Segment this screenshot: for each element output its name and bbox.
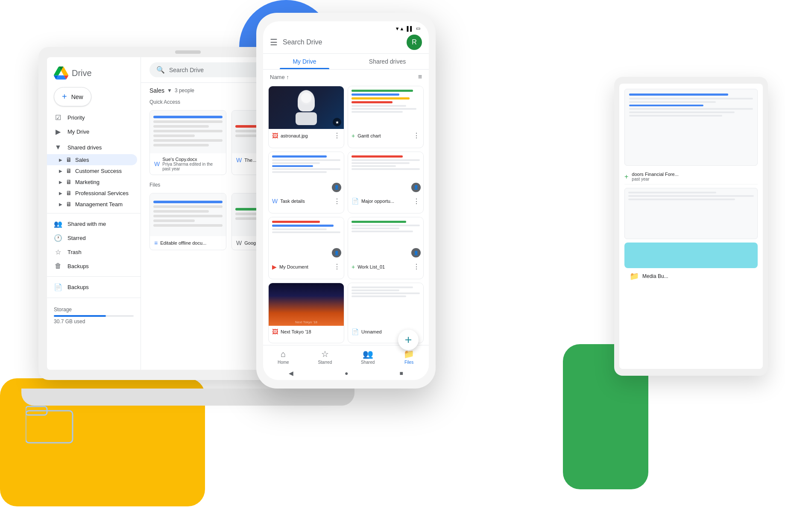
tablet-doc-preview [624,89,758,166]
new-button-label: New [71,94,83,100]
phone-header: ☰ Search Drive R [263,33,429,54]
bg-folder-icon [26,402,77,447]
file-card-3[interactable]: ≡ Editable offline docu... [149,193,226,250]
phone-list-header: Name ↑ ≡ [263,70,429,84]
drive-logo-icon [54,66,68,80]
file-info-major: 📄 Major opportu... ⋮ [348,195,423,208]
file-card-my-document[interactable]: 👤 ▶ My Document ⋮ [268,217,344,279]
file-card-1[interactable]: W Sue's Copy.docx Priya Sharma edited in… [149,110,226,175]
sidebar-item-label: Backups [67,263,89,269]
astronaut-image: ★ [269,86,344,129]
sidebar-item-starred[interactable]: ☆ Trash [47,245,137,259]
file-left-my-document: ▶ My Document [272,263,308,270]
breadcrumb-folder: Sales [149,87,164,94]
wifi-icon: ▼▲ [395,26,404,31]
nav-item-shared[interactable]: 👥 Shared [361,349,375,365]
file-info-tokyo: 🖼 Next Tokyo '18 [269,326,344,338]
more-icon-task[interactable]: ⋮ [334,197,340,205]
tablet-folder-name: Media Bu... [642,273,668,279]
sidebar-item-recent[interactable]: 🕐 Starred [47,231,137,245]
phone-files-grid: ★ 🖼 astronaut.jpg ⋮ [263,84,429,345]
file-name-1: Sue's Copy.docx [162,157,222,162]
file-card-astronaut[interactable]: ★ 🖼 astronaut.jpg ⋮ [268,86,344,148]
file-card-gantt[interactable]: + Gantt chart ⋮ [348,86,424,148]
shared-drive-folder-icon: 🖥 [66,156,72,163]
sidebar-item-label: My Drive [67,129,89,135]
sidebar-item-backups[interactable]: 📄 Backups [47,280,137,294]
home-button[interactable]: ● [345,370,348,377]
sidebar-item-my-drive[interactable]: ▶ My Drive [47,125,137,139]
nav-item-home[interactable]: ⌂ Home [278,349,289,365]
drive-logo-text: Drive [72,68,92,78]
storage-used: 30.7 GB used [54,319,134,324]
expand-arrow-icon: ▶ [59,180,62,184]
tab-shared-drives[interactable]: Shared drives [346,54,429,69]
fab-button[interactable] [398,330,419,350]
tablet-folder-item[interactable]: 📁 Media Bu... [624,268,758,284]
more-icon-work-list[interactable]: ⋮ [413,263,420,271]
nav-item-files[interactable]: 📁 Files [404,349,414,365]
doc-preview-1 [150,112,226,152]
shared-drive-name: Sales [75,157,89,163]
more-icon-my-document[interactable]: ⋮ [334,263,340,271]
more-icon-gantt[interactable]: ⋮ [413,132,420,140]
tablet-teal-shape [624,243,758,268]
sheets-icon: ≡ [154,240,158,246]
file-left-task: W Task details [272,198,305,205]
more-icon-major[interactable]: ⋮ [413,197,420,205]
file-card-tokyo[interactable]: Next Tokyo '18 🖼 Next Tokyo '18 [268,283,344,344]
file-preview-major: 👤 [348,152,423,195]
my-drive-icon: ▶ [54,128,62,136]
sidebar-item-label: Priority [67,114,85,121]
sidebar-divider [47,213,141,213]
file-card-task[interactable]: 👤 W Task details ⋮ [268,152,344,214]
laptop-notch [175,50,201,54]
shared-drive-sales[interactable]: ▶ 🖥 Sales [47,154,137,165]
shared-drive-folder-icon: 🖥 [66,201,72,208]
file-card-work-list[interactable]: 👤 + Work List_01 ⋮ [348,217,424,279]
avatar[interactable]: R [407,35,422,50]
sidebar-item-label: Starred [67,235,86,241]
file-preview-tokyo: Next Tokyo '18 [269,283,344,326]
back-button[interactable]: ◀ [289,370,293,377]
image-icon: 🖼 [272,132,278,139]
shared-drive-professional-services[interactable]: ▶ 🖥 Professional Services [47,187,137,199]
doc-line [153,224,223,227]
menu-icon[interactable]: ☰ [270,37,278,47]
sidebar-item-shared-with-me[interactable]: 👥 Shared with me [47,217,137,231]
more-icon-astronaut[interactable]: ⋮ [334,132,340,140]
recents-button[interactable]: ■ [400,370,403,377]
shared-drive-folder-icon: 🖥 [66,190,72,196]
battery-icon: ▭ [416,26,420,31]
sort-label[interactable]: Name ↑ [270,74,289,80]
phone-search-input[interactable]: Search Drive [283,38,401,46]
doc-line [153,125,209,128]
shared-with-me-icon: 👥 [54,220,62,228]
shared-drive-name: Customer Success [75,168,122,174]
sidebar-item-trash[interactable]: 🗑 Backups [47,259,137,273]
tablet-file-name-1: doors Financial Fore... [632,172,678,177]
sidebar-item-shared-drives[interactable]: ▼ Shared drives [47,140,137,154]
tab-my-drive[interactable]: My Drive [263,54,346,69]
search-input[interactable]: Search Drive [169,67,204,73]
file-left-astronaut: 🖼 astronaut.jpg [272,132,308,139]
shared-drive-customer-success[interactable]: ▶ 🖥 Customer Success [47,165,137,176]
new-button[interactable]: + New [54,87,91,106]
shared-drive-marketing[interactable]: ▶ 🖥 Marketing [47,176,137,187]
doc-icon: W [236,240,242,246]
slides-icon: ▶ [272,263,277,270]
tablet-file-row-1[interactable]: + doors Financial Fore... past year [624,169,758,184]
file-preview-1 [150,111,226,153]
file-name-3: Editable offline docu... [160,240,206,246]
sidebar-item-priority[interactable]: ☑ Priority [47,111,137,125]
expand-arrow-icon: ▶ [59,158,62,162]
shared-drive-management-team[interactable]: ▶ 🖥 Management Team [47,199,137,210]
tokyo-image: Next Tokyo '18 [269,283,344,326]
breadcrumb-arrow-icon: ▼ [167,88,172,94]
doc-icon-2: 📄 [351,328,359,335]
nav-item-starred[interactable]: ☆ Starred [318,349,332,365]
sidebar-item-label: Trash [67,249,82,255]
file-card-major[interactable]: 👤 📄 Major opportu... ⋮ [348,152,424,214]
list-view-icon[interactable]: ≡ [418,73,422,81]
tab-shared-drives-label: Shared drives [369,58,406,65]
